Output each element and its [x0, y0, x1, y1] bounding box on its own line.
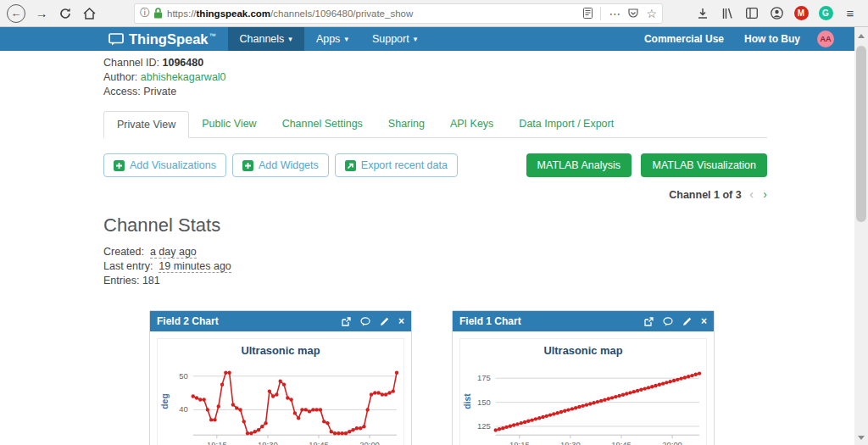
page-scrollbar[interactable] — [854, 27, 868, 445]
field2-chart-card: Field 2 Chart × Ultrasonic map405019:151… — [149, 310, 412, 445]
author-label: Author: — [103, 71, 137, 83]
avatar[interactable]: AA — [817, 31, 834, 47]
comment-icon[interactable] — [360, 317, 370, 326]
nav-commercial-use[interactable]: Commercial Use — [634, 33, 734, 45]
field2-chart: Ultrasonic map405019:1519:3019:4520:00de… — [157, 338, 404, 445]
created-value: a day ago — [150, 246, 197, 259]
svg-text:19:15: 19:15 — [509, 440, 530, 445]
channel-author-row: Author: abhishekagarwal0 — [103, 70, 767, 85]
nav-channels-label: Channels — [240, 33, 285, 45]
download-icon[interactable] — [692, 3, 714, 24]
reader-view-icon[interactable] — [583, 8, 593, 19]
svg-text:40: 40 — [179, 404, 187, 414]
scroll-up-icon[interactable] — [858, 34, 865, 38]
svg-text:dist: dist — [463, 393, 472, 409]
entries-value: 181 — [142, 275, 160, 286]
refresh-icon[interactable] — [54, 3, 76, 25]
matlab-analysis-button[interactable]: MATLAB Analysis — [526, 153, 632, 177]
add-visualizations-label: Add Visualizations — [130, 159, 216, 171]
hamburger-menu-icon[interactable]: ≡ — [839, 3, 861, 24]
scrollbar-thumb[interactable] — [856, 46, 866, 222]
svg-text:Ultrasonic map: Ultrasonic map — [543, 344, 622, 357]
close-icon[interactable]: × — [398, 315, 404, 327]
export-icon — [345, 160, 356, 171]
field2-card-title: Field 2 Chart — [157, 315, 219, 327]
svg-text:19:30: 19:30 — [560, 440, 581, 445]
popout-icon[interactable] — [342, 317, 351, 326]
library-icon[interactable] — [716, 3, 738, 24]
url-domain: thingspeak.com — [197, 8, 271, 19]
charts-row: Field 2 Chart × Ultrasonic map405019:151… — [0, 310, 868, 445]
channel-pager: Channel 1 of 3 ‹ › — [103, 187, 767, 201]
thingspeak-logo[interactable]: ThingSpeak™ — [108, 27, 216, 51]
brand-tm: ™ — [209, 32, 216, 40]
svg-text:19:15: 19:15 — [207, 440, 227, 445]
forward-icon[interactable]: → — [31, 3, 53, 25]
author-link[interactable]: abhishekagarwal0 — [141, 71, 226, 83]
export-recent-data-button[interactable]: Export recent data — [335, 153, 458, 177]
popout-icon[interactable] — [644, 317, 654, 326]
site-info-icon[interactable]: ⓘ — [140, 6, 150, 20]
field1-card-body: Ultrasonic map12515017519:1519:3019:4520… — [453, 331, 714, 445]
chevron-down-icon: ▾ — [344, 35, 348, 43]
sidebar-toggle-icon[interactable] — [741, 3, 763, 24]
channel-id-row: Channel ID: 1096480 — [103, 56, 767, 70]
extension-badge-m-icon[interactable]: M — [790, 3, 812, 24]
nav-support[interactable]: Support ▾ — [360, 27, 429, 51]
svg-text:50: 50 — [179, 371, 187, 381]
nav-channels[interactable]: Channels ▾ — [228, 27, 304, 51]
tab-data-import-export[interactable]: Data Import / Export — [506, 111, 626, 137]
account-icon[interactable] — [765, 3, 787, 24]
field2-card-header: Field 2 Chart × — [150, 311, 411, 331]
pocket-icon[interactable] — [628, 8, 638, 19]
url-path: /channels/1096480/private_show — [270, 8, 413, 19]
back-icon[interactable]: ← — [7, 4, 25, 23]
page-title: Channel Stats — [103, 214, 767, 236]
last-entry-value: 19 minutes ago — [159, 260, 231, 273]
nav-apps[interactable]: Apps ▾ — [304, 27, 360, 51]
tab-channel-settings[interactable]: Channel Settings — [270, 111, 376, 137]
pager-prev-icon[interactable]: ‹ — [749, 187, 754, 201]
chevron-down-icon: ▾ — [414, 35, 418, 43]
lock-icon[interactable] — [153, 8, 163, 19]
comment-icon[interactable] — [663, 317, 673, 326]
svg-text:125: 125 — [477, 421, 491, 431]
svg-text:19:30: 19:30 — [258, 440, 278, 445]
svg-text:19:45: 19:45 — [309, 440, 329, 445]
speech-bubble-icon — [108, 33, 124, 46]
page-actions-icon[interactable]: ⋯ — [609, 7, 620, 20]
browser-toolbar-right: M G ≡ — [689, 3, 861, 24]
channel-access-row: Access: Private — [103, 85, 767, 99]
matlab-visualization-button[interactable]: MATLAB Visualization — [641, 153, 767, 177]
svg-text:20:00: 20:00 — [359, 440, 380, 445]
url-bar[interactable]: ⓘ https://thingspeak.com/channels/109648… — [134, 3, 663, 24]
add-widgets-label: Add Widgets — [259, 159, 319, 171]
add-visualizations-button[interactable]: Add Visualizations — [103, 153, 226, 177]
channel-stats: Created: a day ago Last entry: 19 minute… — [103, 245, 767, 288]
pager-label: Channel 1 of 3 — [669, 189, 741, 201]
home-icon[interactable] — [78, 3, 100, 25]
tab-api-keys[interactable]: API Keys — [437, 111, 506, 137]
channel-id-label: Channel ID: — [103, 57, 159, 69]
close-icon[interactable]: × — [701, 315, 707, 327]
tab-private-view[interactable]: Private View — [103, 111, 189, 138]
pager-next-icon[interactable]: › — [763, 187, 767, 201]
bookmark-star-icon[interactable]: ☆ — [646, 7, 657, 20]
channel-tabs: Private View Public View Channel Setting… — [103, 111, 767, 138]
field2-card-body: Ultrasonic map405019:1519:3019:4520:00de… — [150, 331, 411, 445]
tab-sharing[interactable]: Sharing — [376, 111, 437, 137]
tab-public-view[interactable]: Public View — [189, 111, 269, 137]
edit-icon[interactable] — [682, 317, 692, 326]
entries-row: Entries: 181 — [103, 274, 767, 288]
entries-label: Entries: — [103, 275, 139, 286]
nav-apps-label: Apps — [316, 33, 341, 45]
channel-id-value: 1096480 — [163, 57, 204, 69]
edit-icon[interactable] — [380, 317, 389, 326]
extension-badge-g-icon[interactable]: G — [815, 3, 837, 24]
nav-how-to-buy[interactable]: How to Buy — [734, 33, 810, 45]
url-text: https://thingspeak.com/channels/1096480/… — [167, 8, 413, 19]
scroll-down-icon[interactable] — [858, 436, 865, 440]
last-entry-row: Last entry: 19 minutes ago — [103, 259, 767, 274]
field1-card-header: Field 1 Chart × — [453, 311, 714, 331]
add-widgets-button[interactable]: Add Widgets — [232, 153, 329, 177]
